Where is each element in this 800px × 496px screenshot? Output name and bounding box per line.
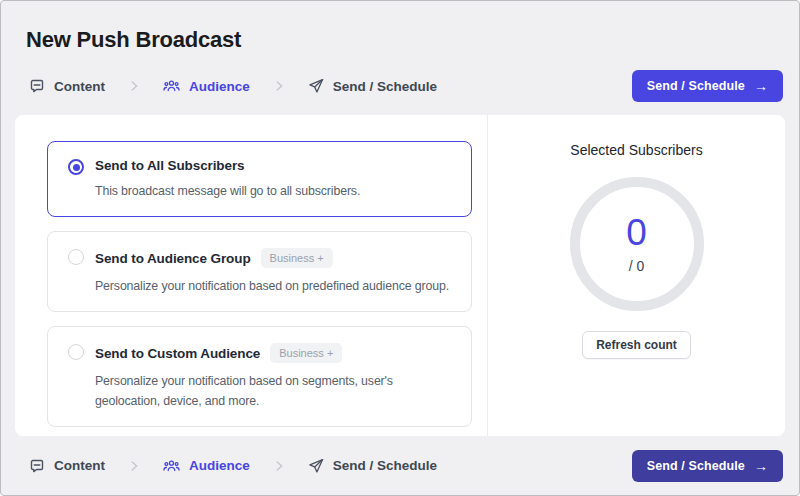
page-title: New Push Broadcast [26,27,783,53]
step-content[interactable]: Content [29,78,105,94]
send-schedule-button-top[interactable]: Send / Schedule → [632,70,783,102]
option-title: Send to Custom Audience [95,346,260,361]
send-schedule-button-label: Send / Schedule [647,79,745,93]
step-send-schedule-label: Send / Schedule [333,79,437,94]
option-description: Personalize your notification based on p… [95,277,455,296]
radio-all-subscribers[interactable] [68,159,84,175]
option-description: This broadcast message will go to all su… [95,182,455,201]
option-title: Send to All Subscribers [95,158,244,173]
step-audience-label: Audience [189,79,250,94]
radio-custom-audience[interactable] [68,344,84,360]
option-card-2[interactable]: Send to Custom Audience Business + Perso… [47,326,472,426]
option-description: Personalize your notification based on s… [95,372,455,410]
refresh-count-button[interactable]: Refresh count [582,331,691,359]
option-title: Send to Audience Group [95,251,251,266]
push-broadcast-window: New Push Broadcast Content [0,0,800,496]
stepper-top: Content [29,78,437,94]
step-audience[interactable]: Audience [163,78,250,94]
step-content-label: Content [54,79,105,94]
step-audience-label: Audience [189,458,250,473]
chevron-right-icon [127,79,141,93]
chevron-right-icon [272,459,286,473]
paper-plane-icon [308,78,324,94]
option-body: Send to All Subscribers This broadcast m… [95,158,455,201]
option-card-1[interactable]: Send to Audience Group Business + Person… [47,231,472,312]
chevron-right-icon [127,459,141,473]
arrow-right-icon: → [754,79,768,93]
paper-plane-icon [308,458,324,474]
step-send-schedule-label: Send / Schedule [333,458,437,473]
stepper-bottom: Content Audience [29,458,437,474]
chat-icon [29,78,45,94]
subscriber-count: 0 [626,214,647,251]
summary-title: Selected Subscribers [570,142,702,158]
step-audience[interactable]: Audience [163,458,250,474]
footer: Content Audience [1,436,799,495]
business-plus-badge: Business + [270,343,342,363]
subscriber-total: / 0 [629,258,645,274]
header: New Push Broadcast Content [1,1,799,115]
audience-options-list: Send to All Subscribers This broadcast m… [15,115,488,436]
users-icon [163,78,180,94]
main-panel: Send to All Subscribers This broadcast m… [15,115,785,436]
option-body: Send to Custom Audience Business + Perso… [95,343,455,410]
business-plus-badge: Business + [261,248,333,268]
send-schedule-button-bottom[interactable]: Send / Schedule → [632,450,783,482]
chevron-right-icon [272,79,286,93]
step-content[interactable]: Content [29,458,105,474]
step-send-schedule[interactable]: Send / Schedule [308,78,437,94]
subscriber-count-ring: 0 / 0 [570,177,704,311]
chat-icon [29,458,45,474]
step-send-schedule[interactable]: Send / Schedule [308,458,437,474]
users-icon [163,458,180,474]
option-card-0[interactable]: Send to All Subscribers This broadcast m… [47,141,472,217]
radio-audience-group[interactable] [68,249,84,265]
header-row: Content [25,70,783,115]
send-schedule-button-label: Send / Schedule [647,459,745,473]
summary-panel: Selected Subscribers 0 / 0 Refresh count [488,115,785,436]
arrow-right-icon: → [754,459,768,473]
option-body: Send to Audience Group Business + Person… [95,248,455,296]
step-content-label: Content [54,458,105,473]
